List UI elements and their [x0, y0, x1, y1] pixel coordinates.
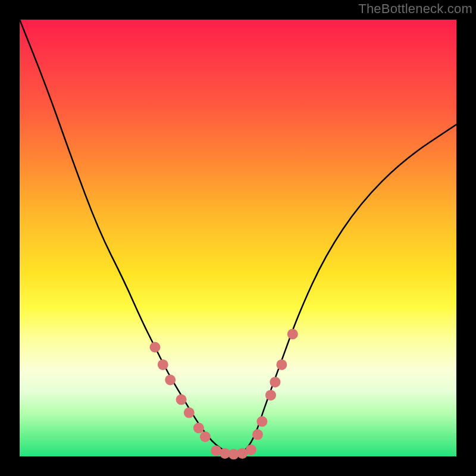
- left-marker-4: [176, 394, 187, 405]
- left-marker-3: [165, 375, 176, 386]
- curve-markers: [150, 329, 298, 460]
- right-marker-1: [252, 429, 263, 440]
- left-marker-6: [193, 422, 204, 433]
- watermark-text: TheBottleneck.com: [358, 1, 472, 17]
- left-marker-1: [150, 342, 161, 353]
- right-marker-6: [287, 329, 298, 340]
- bottleneck-curve-svg: [20, 20, 456, 456]
- right-marker-5: [276, 359, 287, 370]
- left-marker-5: [184, 408, 195, 418]
- right-marker-3: [265, 390, 276, 400]
- bottleneck-curve: [20, 20, 456, 453]
- bottom-marker-5: [246, 444, 256, 455]
- chart-frame: TheBottleneck.com: [0, 0, 476, 476]
- right-marker-2: [256, 416, 267, 427]
- plot-area: [20, 20, 456, 456]
- right-marker-4: [270, 377, 280, 387]
- left-marker-7: [200, 431, 211, 442]
- left-marker-2: [158, 359, 168, 370]
